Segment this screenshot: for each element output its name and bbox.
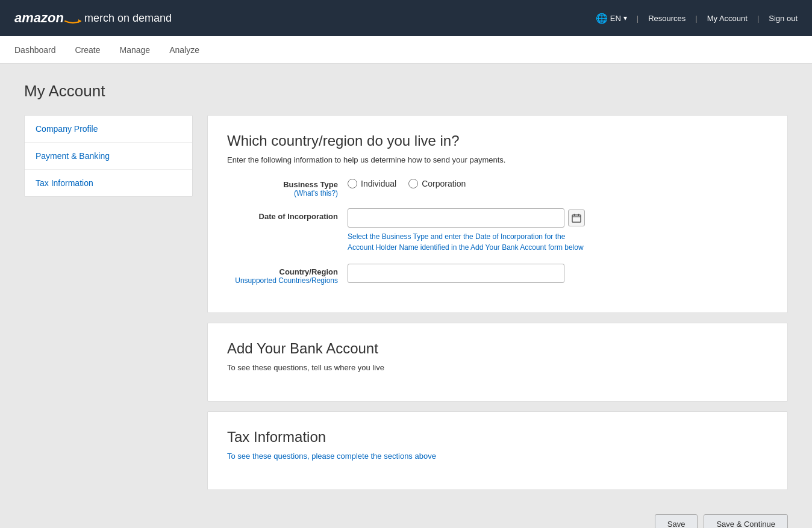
sidebar-item-tax-information[interactable]: Tax Information (25, 170, 192, 196)
nav-create[interactable]: Create (75, 45, 101, 55)
business-type-radio-group: Individual Corporation (348, 176, 768, 188)
country-card-title: Which country/region do you live in? (227, 132, 768, 149)
footer-buttons: Save Save & Continue (207, 505, 788, 528)
bank-account-card: Add Your Bank Account To see these quest… (207, 323, 788, 402)
country-region-card: Which country/region do you live in? Ent… (207, 115, 788, 313)
logo: amazon merch on demand (14, 10, 172, 26)
my-account-link[interactable]: My Account (707, 14, 748, 23)
radio-individual-input[interactable] (348, 179, 357, 188)
sidebar-link-company-profile[interactable]: Company Profile (36, 124, 98, 134)
nav-manage[interactable]: Manage (120, 45, 151, 55)
svg-rect-1 (572, 215, 581, 222)
country-region-label: Country/Region Unsupported Countries/Reg… (227, 264, 348, 285)
tax-card-subtitle: To see these questions, please complete … (227, 452, 768, 461)
top-bar-right: 🌐 EN ▾ | Resources | My Account | Sign o… (596, 13, 798, 24)
date-incorporation-label: Date of Incorporation (227, 208, 348, 221)
country-card-subtitle: Enter the following information to help … (227, 155, 768, 164)
radio-corporation[interactable]: Corporation (408, 179, 466, 188)
globe-icon: 🌐 (596, 13, 608, 24)
calendar-icon[interactable] (568, 210, 585, 226)
sidebar-item-company-profile[interactable]: Company Profile (25, 116, 192, 143)
date-field-hint: Select the Business Type and enter the D… (348, 231, 589, 253)
sidebar-link-tax-information[interactable]: Tax Information (36, 178, 93, 188)
business-type-input-area: Individual Corporation (348, 176, 768, 188)
save-continue-button[interactable]: Save & Continue (704, 514, 788, 528)
date-input-wrapper (348, 208, 768, 228)
business-type-label: Business Type (What's this?) (227, 176, 348, 197)
content-area: Which country/region do you live in? Ent… (207, 115, 788, 528)
tax-card-title: Tax Information (227, 429, 768, 446)
sidebar-link-payment-banking[interactable]: Payment & Banking (36, 151, 110, 161)
country-region-row: Country/Region Unsupported Countries/Reg… (227, 264, 768, 285)
bank-card-subtitle: To see these questions, tell us where yo… (227, 363, 768, 372)
logo-amazon: amazon (14, 10, 81, 26)
separator-1: | (637, 14, 639, 23)
radio-individual[interactable]: Individual (348, 179, 396, 188)
page-title: My Account (24, 82, 788, 101)
date-incorporation-input-area: Select the Business Type and enter the D… (348, 208, 768, 253)
resources-link[interactable]: Resources (648, 14, 686, 23)
radio-individual-label: Individual (361, 179, 396, 188)
separator-2: | (695, 14, 697, 23)
nav-analyze[interactable]: Analyze (169, 45, 199, 55)
country-region-input-area (348, 264, 768, 283)
date-incorporation-row: Date of Incorporation (227, 208, 768, 253)
radio-corporation-input[interactable] (408, 179, 418, 188)
top-bar: amazon merch on demand 🌐 EN ▾ | Resource… (0, 0, 812, 36)
logo-merch-text: merch on demand (84, 12, 172, 25)
country-region-input[interactable] (348, 264, 564, 283)
unsupported-regions-link[interactable]: Unsupported Countries/Regions (227, 276, 338, 285)
bank-card-title: Add Your Bank Account (227, 340, 768, 357)
secondary-nav: Dashboard Create Manage Analyze (0, 36, 812, 64)
whats-this-link[interactable]: (What's this?) (227, 189, 338, 197)
radio-corporation-label: Corporation (422, 179, 466, 188)
lang-label: EN (610, 14, 621, 23)
lang-chevron-icon: ▾ (623, 14, 627, 22)
sign-out-link[interactable]: Sign out (769, 14, 798, 23)
svg-marker-0 (78, 19, 81, 23)
sidebar: Company Profile Payment & Banking Tax In… (24, 115, 193, 197)
date-of-incorporation-input[interactable] (348, 208, 564, 228)
sidebar-item-payment-banking[interactable]: Payment & Banking (25, 143, 192, 170)
separator-3: | (757, 14, 759, 23)
business-type-row: Business Type (What's this?) Individual … (227, 176, 768, 197)
main-layout: Company Profile Payment & Banking Tax In… (24, 115, 788, 528)
nav-dashboard[interactable]: Dashboard (14, 45, 56, 55)
save-button[interactable]: Save (655, 514, 698, 528)
lang-selector[interactable]: 🌐 EN ▾ (596, 13, 627, 24)
tax-information-card: Tax Information To see these questions, … (207, 411, 788, 490)
page-content: My Account Company Profile Payment & Ban… (0, 64, 812, 528)
